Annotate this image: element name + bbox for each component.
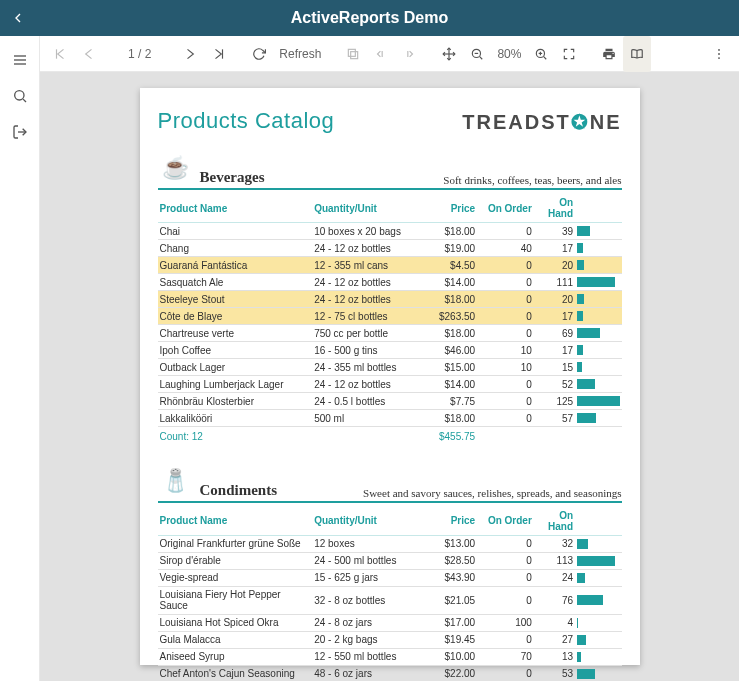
cell: 17 bbox=[534, 342, 575, 359]
cell: 20 bbox=[534, 291, 575, 308]
refresh-label[interactable]: Refresh bbox=[273, 47, 327, 61]
cell: 57 bbox=[534, 410, 575, 427]
cell: 0 bbox=[477, 535, 534, 552]
cell: $21.05 bbox=[420, 586, 477, 614]
bar-cell bbox=[575, 535, 621, 552]
left-rail bbox=[0, 36, 40, 681]
svg-point-24 bbox=[718, 57, 720, 59]
zoom-in-icon[interactable] bbox=[527, 36, 555, 72]
cell: Chang bbox=[158, 240, 313, 257]
cell: $4.50 bbox=[420, 257, 477, 274]
cell: 0 bbox=[477, 552, 534, 569]
cell: $14.00 bbox=[420, 274, 477, 291]
cell: Louisiana Fiery Hot Pepper Sauce bbox=[158, 586, 313, 614]
cell: 24 - 500 ml bottles bbox=[312, 552, 420, 569]
cell: 24 - 12 oz bottles bbox=[312, 291, 420, 308]
first-page-icon[interactable] bbox=[46, 36, 74, 72]
cell: 10 bbox=[477, 342, 534, 359]
bar-cell bbox=[575, 325, 621, 342]
cell: 4 bbox=[534, 614, 575, 631]
cell: 32 bbox=[534, 535, 575, 552]
cell: 0 bbox=[477, 586, 534, 614]
refresh-icon[interactable] bbox=[245, 36, 273, 72]
cell: Laughing Lumberjack Lager bbox=[158, 376, 313, 393]
last-page-icon[interactable] bbox=[205, 36, 233, 72]
bar-cell bbox=[575, 240, 621, 257]
bar-cell bbox=[575, 631, 621, 648]
next-page-icon[interactable] bbox=[177, 36, 205, 72]
section-name: Condiments bbox=[200, 482, 278, 499]
report-page: Products Catalog TREADST✪NE ☕BeveragesSo… bbox=[140, 88, 640, 665]
cell: 20 - 2 kg bags bbox=[312, 631, 420, 648]
search-icon[interactable] bbox=[0, 78, 40, 114]
cell: 17 bbox=[534, 240, 575, 257]
table-row: Chartreuse verte750 cc per bottle$18.000… bbox=[158, 325, 622, 342]
bar-cell bbox=[575, 410, 621, 427]
cell: 0 bbox=[477, 569, 534, 586]
cell: $263.50 bbox=[420, 308, 477, 325]
history-back-icon[interactable] bbox=[367, 36, 395, 72]
bar-cell bbox=[575, 342, 621, 359]
table-row: Vegie-spread15 - 625 g jars$43.90024 bbox=[158, 569, 622, 586]
bar-cell bbox=[575, 552, 621, 569]
cell: 24 - 0.5 l bottles bbox=[312, 393, 420, 410]
export-icon[interactable] bbox=[0, 114, 40, 150]
cell: 750 cc per bottle bbox=[312, 325, 420, 342]
cell: 10 bbox=[477, 359, 534, 376]
cell: 24 - 12 oz bottles bbox=[312, 274, 420, 291]
gallery-icon[interactable] bbox=[339, 36, 367, 72]
table-row: Lakkalikööri500 ml$18.00057 bbox=[158, 410, 622, 427]
cell: 24 - 355 ml bottles bbox=[312, 359, 420, 376]
page-surface[interactable]: Products Catalog TREADST✪NE ☕BeveragesSo… bbox=[40, 72, 739, 681]
cell: Louisiana Hot Spiced Okra bbox=[158, 614, 313, 631]
table-row: Rhönbräu Klosterbier24 - 0.5 l bottles$7… bbox=[158, 393, 622, 410]
section-desc: Sweet and savory sauces, relishes, sprea… bbox=[363, 487, 621, 499]
cell: 12 - 355 ml cans bbox=[312, 257, 420, 274]
table-row: Outback Lager24 - 355 ml bottles$15.0010… bbox=[158, 359, 622, 376]
cell: Vegie-spread bbox=[158, 569, 313, 586]
bar-cell bbox=[575, 359, 621, 376]
toolbar: 1 / 2 Refresh bbox=[40, 36, 739, 72]
cell: 0 bbox=[477, 291, 534, 308]
table-row: Louisiana Hot Spiced Okra24 - 8 oz jars$… bbox=[158, 614, 622, 631]
bar-cell bbox=[575, 376, 621, 393]
cell: 0 bbox=[477, 257, 534, 274]
zoom-level[interactable]: 80% bbox=[491, 47, 527, 61]
cell: $28.50 bbox=[420, 552, 477, 569]
cell: 17 bbox=[534, 308, 575, 325]
cell: 24 bbox=[534, 569, 575, 586]
report-section: ☕BeveragesSoft drinks, coffees, teas, be… bbox=[158, 150, 622, 445]
table-row: Chang24 - 12 oz bottles$19.004017 bbox=[158, 240, 622, 257]
print-icon[interactable] bbox=[595, 36, 623, 72]
report-section: 🧂CondimentsSweet and savory sauces, reli… bbox=[158, 463, 622, 682]
svg-line-15 bbox=[480, 56, 483, 59]
table-row: Sirop d'érable24 - 500 ml bottles$28.500… bbox=[158, 552, 622, 569]
more-icon[interactable] bbox=[705, 36, 733, 72]
bar-cell bbox=[575, 586, 621, 614]
column-header: Quantity/Unit bbox=[312, 507, 420, 536]
data-table: Product NameQuantity/UnitPriceOn OrderOn… bbox=[158, 194, 622, 445]
history-fwd-icon[interactable] bbox=[395, 36, 423, 72]
move-icon[interactable] bbox=[435, 36, 463, 72]
table-row: Sasquatch Ale24 - 12 oz bottles$14.00011… bbox=[158, 274, 622, 291]
single-page-icon[interactable] bbox=[623, 36, 651, 72]
column-header: Product Name bbox=[158, 507, 313, 536]
table-row: Côte de Blaye12 - 75 cl bottles$263.5001… bbox=[158, 308, 622, 325]
cell: Guaraná Fantástica bbox=[158, 257, 313, 274]
cell: 52 bbox=[534, 376, 575, 393]
cell: $15.00 bbox=[420, 359, 477, 376]
table-row: Guaraná Fantástica12 - 355 ml cans$4.500… bbox=[158, 257, 622, 274]
cell: 12 boxes bbox=[312, 535, 420, 552]
cell: 0 bbox=[477, 410, 534, 427]
cell: $14.00 bbox=[420, 376, 477, 393]
cell: $19.00 bbox=[420, 240, 477, 257]
cell: Lakkalikööri bbox=[158, 410, 313, 427]
content-area: 1 / 2 Refresh bbox=[0, 36, 739, 681]
menu-icon[interactable] bbox=[0, 42, 40, 78]
fullscreen-icon[interactable] bbox=[555, 36, 583, 72]
zoom-out-icon[interactable] bbox=[463, 36, 491, 72]
prev-page-icon[interactable] bbox=[74, 36, 102, 72]
page-indicator[interactable]: 1 / 2 bbox=[122, 47, 157, 61]
cell: $18.00 bbox=[420, 223, 477, 240]
back-button[interactable] bbox=[10, 0, 26, 36]
